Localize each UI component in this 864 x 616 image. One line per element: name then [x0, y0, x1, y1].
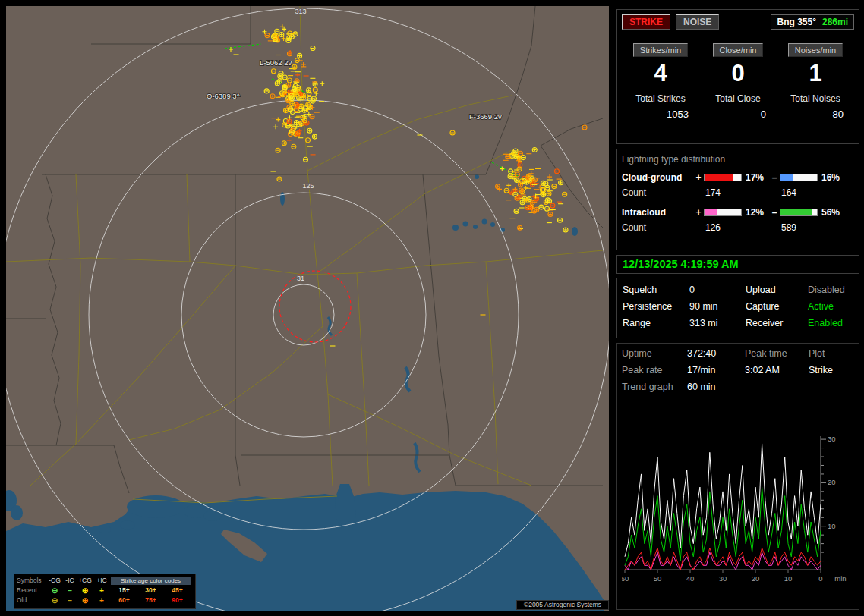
copyright-notice: ©2005 Astrogenic Systems — [516, 600, 609, 610]
status-panel: 12/13/2025 4:19:59 AM Squelch 0 Upload D… — [616, 255, 859, 338]
pos-ic-old-icon: + — [93, 596, 111, 605]
close-per-min-value: 0 — [731, 60, 744, 87]
total-strikes-label: Total Strikes — [622, 93, 699, 104]
ic-positive-pct: 12% — [742, 207, 769, 218]
cg-count-label: Count — [622, 187, 693, 198]
neg-cg-recent-icon: ⊖ — [47, 586, 62, 596]
pos-cg-old-icon: ⊕ — [77, 596, 93, 605]
axis-tick-label: 60 — [622, 574, 629, 583]
plus-sign: + — [693, 207, 704, 218]
cg-negative-count: 164 — [780, 187, 842, 198]
axis-tick-label: 30 — [828, 435, 836, 443]
ic-positive-count: 126 — [704, 222, 769, 233]
range-ring-label: 31 — [297, 275, 304, 282]
axis-tick-label: 30 — [719, 574, 727, 583]
legend-col-neg-ic: -IC — [62, 576, 77, 586]
legend-col-pos-ic: +IC — [93, 576, 111, 586]
age-15-label: 15+ — [111, 586, 137, 596]
trend-graph-label: Trend graph — [622, 382, 687, 392]
persistence-label: Persistence — [623, 301, 689, 312]
axis-tick-label: min — [834, 574, 846, 583]
cg-positive-pct: 17% — [742, 172, 769, 183]
upload-label: Upload — [746, 284, 808, 295]
cloud-ground-row: Cloud-ground + 17% – 16% Count 174 164 — [622, 172, 854, 198]
bearing-value: Bng 355° — [777, 17, 815, 27]
pos-cg-recent-icon: ⊕ — [77, 586, 93, 596]
capture-status: Active — [808, 301, 861, 312]
total-close-value: 0 — [699, 108, 777, 120]
noises-per-min-button[interactable]: Noises/min — [788, 43, 843, 57]
lightning-map[interactable]: 31312531L-5062 2vO-6389 3^F-3669 2v — [6, 6, 609, 611]
neg-ic-old-icon: – — [62, 596, 77, 605]
plot-value: Strike — [809, 365, 854, 376]
legend-box: Symbols -CG -IC +CG +IC Strike age color… — [14, 574, 196, 609]
ic-negative-count: 589 — [780, 222, 842, 233]
minus-sign: – — [769, 172, 780, 183]
bearing-distance: 286mi — [822, 17, 848, 27]
distribution-panel: Lightning type distribution Cloud-ground… — [616, 149, 859, 250]
rates-panel: STRIKE NOISE Bng 355° 286mi Strikes/min … — [616, 9, 859, 144]
noise-indicator[interactable]: NOISE — [676, 14, 719, 30]
app-window: 31312531L-5062 2vO-6389 3^F-3669 2v Symb… — [0, 0, 864, 616]
ic-negative-bar — [780, 209, 818, 216]
squelch-label: Squelch — [623, 284, 689, 295]
age-60-label: 60+ — [111, 596, 137, 605]
intracloud-label: Intracloud — [622, 207, 693, 218]
noises-per-min-value: 1 — [809, 60, 821, 87]
age-90-label: 90+ — [164, 596, 191, 605]
axis-tick-label: 20 — [752, 574, 760, 583]
strikes-per-min-value: 4 — [654, 60, 667, 87]
axis-tick-label: 10 — [828, 522, 836, 530]
total-strikes: Total Strikes 1053 — [622, 93, 699, 120]
age-30-label: 30+ — [137, 586, 164, 596]
neg-ic-recent-icon: – — [62, 586, 77, 596]
axis-tick-label: 20 — [828, 478, 836, 486]
trend-graph-value: 60 min — [687, 382, 745, 392]
cg-negative-bar — [780, 174, 818, 181]
neg-cg-old-icon: ⊖ — [47, 596, 62, 605]
cg-negative-pct: 16% — [818, 172, 842, 183]
legend-col-pos-cg: +CG — [77, 576, 93, 586]
range-ring-label: 125 — [302, 182, 314, 190]
storm-cell-label: O-6389 3^ — [207, 92, 241, 100]
legend-age-title: Strike age color codes — [111, 577, 191, 585]
legend-symbols-title: Symbols — [17, 576, 47, 586]
persistence-value: 90 min — [689, 301, 746, 312]
cg-positive-count: 174 — [704, 187, 769, 198]
total-noises-value: 80 — [777, 108, 854, 120]
peak-rate-label: Peak rate — [622, 365, 687, 376]
trend-series-close — [625, 487, 821, 565]
axis-tick-label: 40 — [686, 574, 695, 583]
peak-time-label: Peak time — [745, 348, 809, 359]
storm-cell-label: F-3669 2v — [469, 112, 502, 121]
total-strikes-value: 1053 — [622, 108, 699, 120]
age-75-label: 75+ — [137, 596, 164, 605]
uptime-value: 372:40 — [687, 348, 745, 359]
plus-sign: + — [693, 172, 704, 183]
strikes-per-min-button[interactable]: Strikes/min — [633, 43, 688, 57]
distribution-title: Lightning type distribution — [622, 154, 854, 165]
range-label: Range — [623, 318, 689, 328]
peak-rate-value: 17/min — [687, 365, 745, 376]
ic-negative-pct: 56% — [818, 207, 842, 218]
total-noises-label: Total Noises — [777, 93, 854, 104]
trend-series-strikes — [625, 444, 821, 557]
datetime-display: 12/13/2025 4:19:59 AM — [616, 255, 859, 274]
total-noises: Total Noises 80 — [777, 93, 854, 120]
cloud-ground-label: Cloud-ground — [622, 172, 693, 183]
storm-cell-label: L-5062 2v — [260, 58, 292, 67]
receiver-label: Receiver — [746, 318, 808, 328]
legend-row-recent-label: Recent — [17, 586, 47, 596]
minus-sign: – — [769, 207, 780, 218]
legend-row-old-label: Old — [17, 596, 47, 605]
axis-tick-label: 0 — [818, 574, 822, 583]
close-per-min-button[interactable]: Close/min — [713, 43, 764, 57]
ic-count-label: Count — [622, 222, 693, 233]
trend-graph: 1020306050403020100min — [622, 401, 854, 592]
uptime-label: Uptime — [622, 348, 687, 359]
plot-label: Plot — [809, 348, 854, 359]
range-ring-label: 313 — [295, 8, 306, 15]
strike-indicator[interactable]: STRIKE — [622, 14, 670, 30]
receiver-status: Enabled — [808, 318, 861, 328]
legend-col-neg-cg: -CG — [47, 576, 62, 586]
